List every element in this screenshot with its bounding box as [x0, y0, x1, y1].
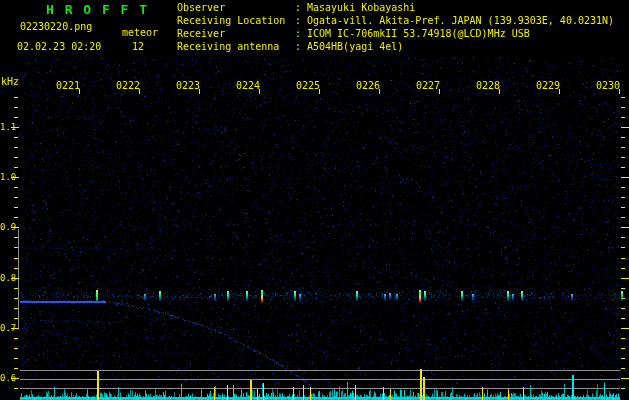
- info-separator: :: [295, 41, 307, 52]
- observation-datetime: 02.02.23 02:20: [17, 41, 101, 52]
- info-value: Ogata-vill. Akita-Pref. JAPAN (139.9303E…: [307, 15, 614, 26]
- info-row-location: Receiving Location:Ogata-vill. Akita-Pre…: [177, 15, 614, 26]
- info-label: Receiving Location: [177, 15, 295, 26]
- info-separator: :: [295, 2, 307, 13]
- hrofft-screen: H R O F F T 02230220.png meteor 02.02.23…: [0, 0, 629, 400]
- info-row-observer: Observer:Masayuki Kobayashi: [177, 2, 415, 13]
- spectrogram-canvas: [0, 0, 629, 400]
- info-row-antenna: Receiving antenna:A504HB(yagi 4el): [177, 41, 403, 52]
- info-label: Observer: [177, 2, 295, 13]
- info-value: A504HB(yagi 4el): [307, 41, 403, 52]
- info-value: Masayuki Kobayashi: [307, 2, 415, 13]
- info-label: Receiving antenna: [177, 41, 295, 52]
- app-title: H R O F F T: [46, 2, 149, 17]
- info-row-receiver: Receiver:ICOM IC-706mkII 53.74918(@LCD)M…: [177, 28, 530, 39]
- output-filename: 02230220.png: [20, 21, 92, 32]
- info-separator: :: [295, 28, 307, 39]
- meteor-count: 12: [132, 41, 144, 52]
- info-value: ICOM IC-706mkII 53.74918(@LCD)MHz USB: [307, 28, 530, 39]
- y-axis-unit-label: kHz: [1, 76, 19, 87]
- info-label: Receiver: [177, 28, 295, 39]
- info-separator: :: [295, 15, 307, 26]
- observation-mode: meteor: [122, 27, 158, 38]
